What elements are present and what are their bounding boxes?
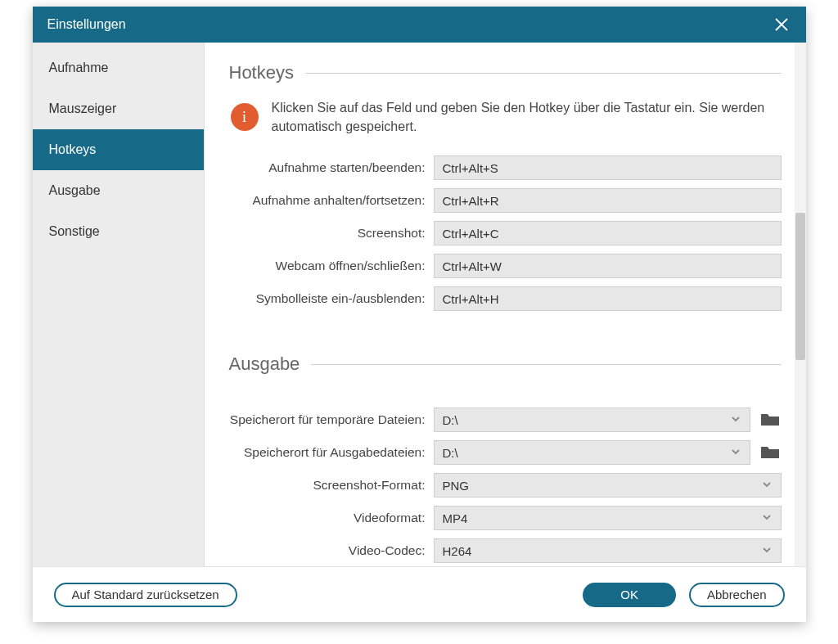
reset-defaults-button[interactable]: Auf Standard zurücksetzen: [54, 583, 237, 607]
hotkey-label: Aufnahme starten/beenden:: [229, 160, 434, 175]
section-title-hotkeys: Hotkeys: [229, 62, 782, 83]
section-rule: [311, 364, 781, 365]
footer: Auf Standard zurücksetzen OK Abbrechen: [33, 566, 806, 622]
settings-dialog: Einstellungen Aufnahme Mauszeiger Hotkey…: [33, 7, 806, 622]
output-label: Video-Codec:: [229, 543, 434, 558]
dialog-title: Einstellungen: [47, 17, 126, 32]
video-format-select[interactable]: MP4: [434, 506, 782, 530]
hotkey-label: Aufnahme anhalten/fortsetzen:: [229, 193, 434, 208]
screenshot-format-select[interactable]: PNG: [434, 473, 782, 498]
hotkey-row: Symbolleiste ein-/ausblenden: Ctrl+Alt+H: [229, 286, 782, 311]
hotkey-input-pause[interactable]: Ctrl+Alt+R: [434, 188, 782, 213]
dialog-body: Aufnahme Mauszeiger Hotkeys Ausgabe Sons…: [33, 43, 806, 566]
sidebar-item-sonstige[interactable]: Sonstige: [33, 211, 204, 252]
close-button[interactable]: [772, 15, 791, 34]
chevron-down-icon: [761, 511, 773, 525]
output-label: Screenshot-Format:: [229, 478, 434, 493]
sidebar-item-aufnahme[interactable]: Aufnahme: [33, 47, 204, 88]
content-pane: Hotkeys i Klicken Sie auf das Feld und g…: [205, 43, 806, 566]
hotkey-label: Symbolleiste ein-/ausblenden:: [229, 291, 434, 306]
chevron-down-icon: [761, 544, 773, 558]
section-rule: [305, 73, 782, 74]
hotkey-input-toolbar[interactable]: Ctrl+Alt+H: [434, 286, 782, 311]
chevron-down-icon: [730, 446, 741, 460]
hotkey-row: Aufnahme anhalten/fortsetzen: Ctrl+Alt+R: [229, 188, 782, 213]
output-row: Video-Codec: H264: [229, 538, 782, 563]
sidebar-item-mauszeiger[interactable]: Mauszeiger: [33, 88, 204, 129]
hotkey-row: Screenshot: Ctrl+Alt+C: [229, 221, 782, 245]
output-label: Speicherort für Ausgabedateien:: [229, 445, 434, 460]
output-row: Videoformat: MP4: [229, 506, 782, 530]
browse-output-folder-button[interactable]: [759, 443, 782, 462]
hotkey-row: Aufnahme starten/beenden: Ctrl+Alt+S: [229, 155, 782, 180]
hotkey-label: Screenshot:: [229, 226, 434, 241]
hotkey-input-screenshot[interactable]: Ctrl+Alt+C: [434, 221, 782, 245]
select-value: D:\: [443, 413, 458, 427]
output-row: Screenshot-Format: PNG: [229, 473, 782, 498]
select-value: PNG: [443, 479, 470, 493]
ok-button[interactable]: OK: [583, 583, 676, 607]
scrollbar-thumb[interactable]: [795, 213, 805, 360]
sidebar: Aufnahme Mauszeiger Hotkeys Ausgabe Sons…: [33, 43, 205, 566]
info-text: Klicken Sie auf das Feld und geben Sie d…: [272, 98, 782, 136]
hotkey-input-webcam[interactable]: Ctrl+Alt+W: [434, 254, 782, 278]
info-row: i Klicken Sie auf das Feld und geben Sie…: [229, 98, 782, 136]
temp-path-select[interactable]: D:\: [434, 408, 750, 432]
info-icon: i: [231, 103, 259, 131]
browse-temp-folder-button[interactable]: [759, 410, 782, 430]
section-title-ausgabe: Ausgabe: [229, 354, 782, 375]
sidebar-item-ausgabe[interactable]: Ausgabe: [33, 170, 204, 211]
scrollbar-track[interactable]: [795, 43, 806, 566]
close-icon: [774, 17, 789, 32]
output-label: Speicherort für temporäre Dateien:: [229, 412, 434, 427]
video-codec-select[interactable]: H264: [434, 538, 782, 563]
chevron-down-icon: [761, 479, 773, 493]
hotkey-label: Webcam öffnen/schließen:: [229, 259, 434, 273]
chevron-down-icon: [730, 413, 741, 427]
folder-icon: [761, 412, 779, 427]
section-heading: Ausgabe: [229, 354, 312, 375]
output-label: Videoformat:: [229, 511, 434, 525]
select-value: H264: [443, 544, 472, 558]
titlebar: Einstellungen: [33, 7, 806, 43]
section-heading: Hotkeys: [229, 62, 305, 83]
output-row: Speicherort für temporäre Dateien: D:\: [229, 408, 782, 432]
sidebar-item-hotkeys[interactable]: Hotkeys: [33, 129, 204, 170]
output-row: Speicherort für Ausgabedateien: D:\: [229, 440, 782, 465]
hotkey-input-start[interactable]: Ctrl+Alt+S: [434, 155, 782, 180]
hotkey-row: Webcam öffnen/schließen: Ctrl+Alt+W: [229, 254, 782, 278]
select-value: MP4: [443, 511, 468, 525]
select-value: D:\: [443, 446, 458, 460]
cancel-button[interactable]: Abbrechen: [689, 583, 785, 607]
output-path-select[interactable]: D:\: [434, 440, 750, 465]
folder-icon: [761, 445, 779, 460]
